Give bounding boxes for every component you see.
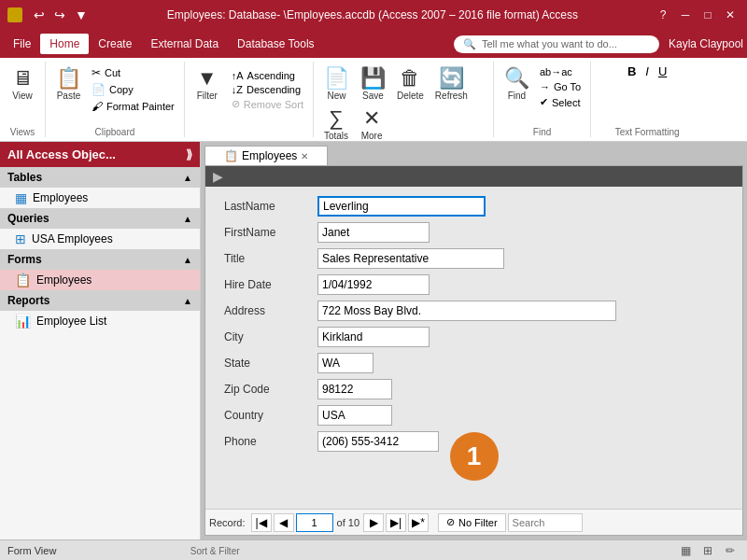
remove-sort-button[interactable]: ⊘ Remove Sort xyxy=(228,97,307,111)
title-bar: ↩ ↪ ▼ Employees: Database- \Employees.ac… xyxy=(0,0,747,30)
ribbon-group-records: 📄 New 💾 Save 🗑 Delete 🔄 Refresh ∑ Totals… xyxy=(314,62,494,137)
nav-item-employees-table[interactable]: ▦ Employees xyxy=(0,188,200,208)
form-tab-close[interactable]: ✕ xyxy=(301,151,308,161)
label-phone: Phone xyxy=(224,435,308,448)
nav-pane-header[interactable]: All Access Objec... ⟫ xyxy=(0,142,200,167)
table-icon: ▦ xyxy=(15,190,27,205)
save-button[interactable]: 💾 Save xyxy=(356,65,390,104)
delete-icon: 🗑 xyxy=(400,68,420,89)
ribbon-group-find: 🔍 Find ab→ac → Go To ✔ Select Find xyxy=(494,62,591,137)
descending-button[interactable]: ↓Z Descending xyxy=(228,83,307,96)
views-group-label: Views xyxy=(10,125,35,137)
ribbon-group-views: 🖥 View Views xyxy=(0,62,46,137)
ribbon-group-sort-filter: ▼ Filter ↑A Ascending ↓Z Descending ⊘ Re… xyxy=(185,62,314,137)
tell-me-box[interactable]: 🔍 Tell me what you want to do... xyxy=(454,35,659,53)
field-city[interactable] xyxy=(317,327,430,347)
field-zipcode[interactable] xyxy=(317,379,392,399)
menu-bar: File Home Create External Data Database … xyxy=(0,30,747,58)
nav-last-button[interactable]: ▶| xyxy=(386,513,406,532)
text-formatting-group-label: Text Formatting xyxy=(615,125,680,137)
refresh-button[interactable]: 🔄 Refresh xyxy=(430,65,472,104)
paste-button[interactable]: 📋 Paste xyxy=(51,65,86,104)
clipboard-small-group: ✂ Cut 📄 Copy 🖌 Format Painter xyxy=(88,65,178,114)
replace-button[interactable]: ab→ac xyxy=(536,65,585,78)
no-filter-button[interactable]: ⊘ No Filter xyxy=(438,513,506,532)
form-row-country: Country xyxy=(224,405,724,426)
totals-icon: ∑ xyxy=(329,108,344,129)
field-title[interactable] xyxy=(317,248,504,269)
nav-section-forms[interactable]: Forms ▲ xyxy=(0,249,200,270)
format-painter-icon: 🖌 xyxy=(92,100,103,113)
filter-button[interactable]: ▼ Filter xyxy=(190,65,224,112)
minimize-button[interactable]: ─ xyxy=(676,6,695,24)
field-address[interactable] xyxy=(317,301,616,321)
query-icon: ⊞ xyxy=(15,231,26,246)
ascending-button[interactable]: ↑A Ascending xyxy=(228,69,307,82)
menu-database-tools[interactable]: Database Tools xyxy=(228,34,324,54)
redo-button[interactable]: ↪ xyxy=(50,6,69,24)
new-record-button[interactable]: 📄 New xyxy=(319,65,354,104)
form-row-title: Title xyxy=(224,248,724,269)
nav-section-queries[interactable]: Queries ▲ xyxy=(0,208,200,229)
italic-button[interactable]: I xyxy=(641,63,653,79)
cut-button[interactable]: ✂ Cut xyxy=(88,65,178,80)
label-city: City xyxy=(224,330,308,343)
underline-button[interactable]: U xyxy=(655,63,670,79)
form-header-bar: ▶ xyxy=(205,166,742,187)
nav-next-button[interactable]: ▶ xyxy=(363,513,384,532)
menu-home[interactable]: Home xyxy=(40,34,89,54)
nav-prev-button[interactable]: ◀ xyxy=(274,513,294,532)
form-tab-label: Employees xyxy=(242,149,297,162)
menu-create[interactable]: Create xyxy=(89,34,141,54)
customize-button[interactable]: ▼ xyxy=(71,6,92,24)
undo-button[interactable]: ↩ xyxy=(30,6,49,24)
search-icon: 🔍 xyxy=(463,38,476,50)
nav-item-employee-list[interactable]: 📊 Employee List xyxy=(0,311,200,331)
nav-section-tables[interactable]: Tables ▲ xyxy=(0,167,200,188)
help-button[interactable]: ? xyxy=(654,6,672,24)
field-phone[interactable] xyxy=(317,431,439,452)
field-hiredate[interactable] xyxy=(317,274,430,295)
view-button[interactable]: 🖥 View xyxy=(6,65,39,104)
field-country[interactable] xyxy=(317,405,392,426)
window-title: Employees: Database- \Employees.accdb (A… xyxy=(92,8,654,21)
more-button[interactable]: ✕ More xyxy=(355,105,388,144)
field-lastname[interactable] xyxy=(317,196,486,217)
form-nav-arrow[interactable]: ▶ xyxy=(209,169,227,184)
menu-file[interactable]: File xyxy=(4,34,40,54)
bold-button[interactable]: B xyxy=(624,63,640,79)
nav-item-employees-form[interactable]: 📋 Employees xyxy=(0,270,200,290)
goto-button[interactable]: → Go To xyxy=(536,80,585,93)
record-current-input[interactable] xyxy=(296,513,333,532)
employees-form-tab[interactable]: 📋 Employees ✕ xyxy=(204,146,328,165)
descending-icon: ↓Z xyxy=(232,84,243,95)
status-design-view-button[interactable]: ✏ xyxy=(721,542,740,559)
find-button[interactable]: 🔍 Find xyxy=(500,65,534,104)
save-icon: 💾 xyxy=(360,68,386,89)
nav-first-button[interactable]: |◀ xyxy=(251,513,272,532)
label-title: Title xyxy=(224,252,308,265)
find-buttons: 🔍 Find ab→ac → Go To ✔ Select xyxy=(500,62,585,125)
field-state[interactable] xyxy=(317,353,374,373)
totals-button[interactable]: ∑ Totals xyxy=(319,105,353,144)
copy-button[interactable]: 📄 Copy xyxy=(88,82,178,97)
close-button[interactable]: ✕ xyxy=(721,6,740,24)
nav-item-usa-employees[interactable]: ⊞ USA Employees xyxy=(0,229,200,249)
status-layout-view-button[interactable]: ⊞ xyxy=(698,542,717,559)
form-row-hiredate: Hire Date xyxy=(224,274,724,295)
goto-icon: → xyxy=(540,81,550,92)
select-button[interactable]: ✔ Select xyxy=(536,95,585,109)
nav-new-button[interactable]: ▶* xyxy=(408,513,429,532)
employee-list-label: Employee List xyxy=(36,315,106,328)
menu-external-data[interactable]: External Data xyxy=(141,34,228,54)
field-firstname[interactable] xyxy=(317,222,430,243)
tutorial-bubble[interactable]: 1 xyxy=(450,432,499,481)
search-input[interactable] xyxy=(508,513,583,532)
nav-section-reports[interactable]: Reports ▲ xyxy=(0,290,200,311)
maximize-button[interactable]: □ xyxy=(698,6,717,24)
status-form-view-button[interactable]: ▦ xyxy=(676,542,695,559)
record-nav-bar: Record: |◀ ◀ of 10 ▶ ▶| ▶* ⊘ No Filter xyxy=(205,509,742,535)
filter-icon: ▼ xyxy=(197,68,218,89)
delete-button[interactable]: 🗑 Delete xyxy=(392,65,429,104)
format-painter-button[interactable]: 🖌 Format Painter xyxy=(88,99,178,114)
